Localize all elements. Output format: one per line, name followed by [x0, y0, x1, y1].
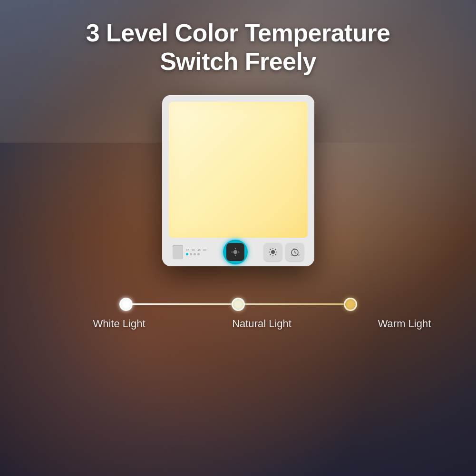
svg-point-0	[233, 250, 237, 253]
headline-line2: Switch Freely	[86, 48, 390, 76]
control-bar: 15304560	[169, 238, 308, 266]
timer-labels: 15304560	[186, 249, 207, 252]
color-temp-slider: White Light Natural Light Warm Light	[96, 295, 381, 341]
timer-dots: 15304560	[186, 249, 207, 255]
brightness-button[interactable]	[264, 243, 282, 261]
warm-dot[interactable]	[344, 298, 357, 311]
dot-15[interactable]	[186, 253, 188, 255]
slider-track	[96, 295, 381, 314]
main-knob-container	[223, 240, 248, 264]
slider-labels: White Light Natural Light Warm Light	[96, 318, 381, 341]
svg-line-12	[275, 249, 276, 250]
headline: 3 Level Color Temperature Switch Freely	[86, 19, 390, 76]
natural-light-label: Natural Light	[232, 318, 291, 330]
svg-text:40: 40	[291, 254, 293, 256]
svg-point-5	[271, 250, 275, 254]
svg-line-13	[270, 254, 271, 255]
right-controls: 60 40 30	[264, 243, 304, 261]
light-panel	[169, 102, 308, 238]
dot-45[interactable]	[194, 253, 196, 255]
svg-line-16	[295, 253, 296, 253]
timer-button[interactable]: 60 40 30	[286, 243, 304, 261]
dot-30[interactable]	[190, 253, 192, 255]
headline-line1: 3 Level Color Temperature	[86, 19, 390, 48]
white-dot[interactable]	[119, 298, 133, 311]
slider-dots	[119, 298, 357, 311]
light-device: 15304560	[162, 95, 314, 266]
svg-text:60: 60	[293, 248, 296, 250]
dots-row	[186, 253, 207, 255]
warm-light-label: Warm Light	[378, 318, 431, 330]
power-button[interactable]	[173, 245, 183, 259]
white-light-label: White Light	[93, 318, 145, 330]
main-knob[interactable]	[226, 243, 244, 261]
natural-dot[interactable]	[232, 298, 245, 311]
svg-line-10	[270, 249, 271, 250]
main-content: 3 Level Color Temperature Switch Freely …	[0, 0, 476, 476]
left-controls: 15304560	[173, 245, 207, 259]
teal-ring	[223, 240, 248, 264]
svg-line-11	[275, 254, 276, 255]
svg-text:30: 30	[298, 254, 300, 256]
dot-60[interactable]	[197, 253, 200, 255]
